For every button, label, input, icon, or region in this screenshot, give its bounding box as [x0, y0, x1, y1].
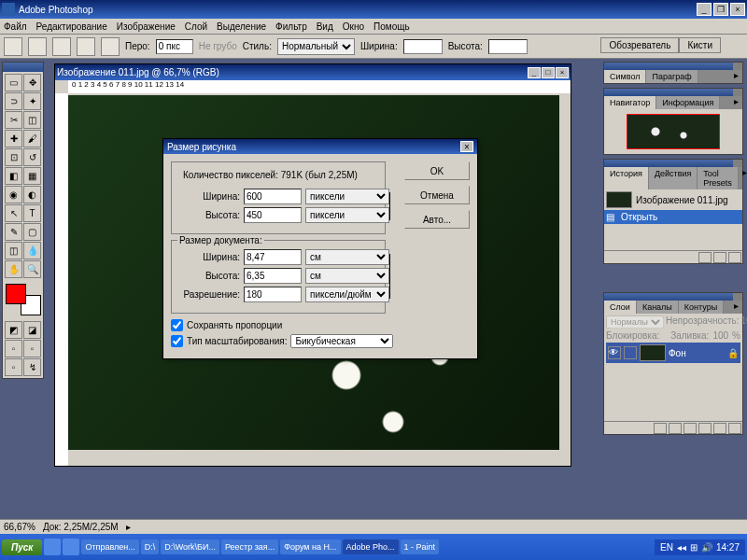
menu-image[interactable]: Изображение: [117, 21, 176, 32]
stamp-tool[interactable]: ⊡: [5, 148, 22, 166]
eraser-tool[interactable]: ◧: [5, 167, 22, 185]
crop-tool[interactable]: ✂: [5, 111, 22, 129]
gradient-tool[interactable]: ▦: [23, 167, 41, 185]
menu-layer[interactable]: Слой: [185, 21, 207, 32]
maximize-button[interactable]: ❐: [713, 3, 728, 16]
task-item[interactable]: Реестр зая...: [221, 539, 278, 554]
mask-icon[interactable]: [669, 423, 682, 434]
menu-window[interactable]: Окно: [343, 21, 364, 32]
auto-button[interactable]: Авто...: [404, 210, 470, 229]
height-input[interactable]: [488, 39, 528, 54]
trash-icon[interactable]: [728, 423, 741, 434]
tab-layers[interactable]: Слои: [604, 301, 637, 314]
type-tool[interactable]: T: [23, 204, 41, 222]
tab-toolpresets[interactable]: Tool Presets: [698, 167, 739, 189]
status-doc[interactable]: Док: 2,25M/2,25M: [43, 522, 119, 532]
color-swatch[interactable]: [6, 284, 41, 315]
status-arrow-icon[interactable]: ▸: [126, 522, 131, 532]
quicklaunch-icon[interactable]: [44, 539, 61, 555]
status-zoom[interactable]: 66,67%: [4, 522, 35, 532]
eye-icon[interactable]: 👁: [608, 346, 621, 359]
tab-brushes[interactable]: Кисти: [679, 37, 721, 53]
doc-height-input[interactable]: [244, 268, 302, 284]
width-input[interactable]: [403, 39, 443, 54]
eyedropper-tool[interactable]: 💧: [23, 242, 41, 259]
panel-arrow-icon[interactable]: ▸: [739, 167, 747, 189]
task-item[interactable]: Отправлен...: [81, 539, 138, 554]
tab-paragraph[interactable]: Параграф: [646, 70, 698, 83]
screen-std-icon[interactable]: ▫: [5, 340, 22, 357]
doc-min-button[interactable]: _: [528, 67, 541, 78]
px-width-input[interactable]: [244, 189, 302, 204]
slice-tool[interactable]: ◫: [23, 111, 41, 129]
px-width-unit[interactable]: пиксели: [305, 189, 389, 204]
tray-icon[interactable]: 🔊: [701, 542, 712, 553]
adjust-icon[interactable]: [698, 423, 712, 434]
tool-preset-icon[interactable]: [4, 37, 22, 56]
menu-filter[interactable]: Фильтр: [275, 21, 307, 32]
minimize-button[interactable]: _: [697, 3, 712, 16]
tab-browser[interactable]: Обозреватель: [600, 37, 679, 53]
panel-menu-icon[interactable]: [733, 89, 742, 96]
history-brush-tool[interactable]: ↺: [23, 148, 41, 166]
marquee-new-icon[interactable]: [28, 37, 47, 56]
heal-tool[interactable]: ✚: [5, 130, 22, 147]
dialog-close-button[interactable]: ×: [460, 141, 473, 152]
doc-max-button[interactable]: □: [542, 67, 555, 78]
menu-file[interactable]: Файл: [4, 21, 27, 32]
dodge-tool[interactable]: ◐: [23, 186, 41, 203]
tab-character[interactable]: Символ: [604, 70, 646, 83]
dialog-titlebar[interactable]: Размер рисунка ×: [163, 139, 477, 154]
panel-menu-icon[interactable]: [733, 160, 742, 167]
panel-menu-icon[interactable]: [733, 293, 742, 301]
zoom-tool[interactable]: 🔍: [23, 260, 41, 278]
marquee-sub-icon[interactable]: [77, 37, 95, 56]
brush-tool[interactable]: 🖌: [23, 130, 41, 147]
doc-width-input[interactable]: [244, 249, 302, 265]
lasso-tool[interactable]: ⊃: [5, 92, 22, 110]
ruler-vertical[interactable]: [55, 93, 68, 466]
px-height-input[interactable]: [244, 207, 302, 223]
feather-input[interactable]: [156, 39, 193, 54]
tab-navigator[interactable]: Навигатор: [604, 96, 656, 109]
move-tool[interactable]: ✥: [23, 74, 41, 91]
resolution-unit[interactable]: пиксели/дюйм: [305, 287, 389, 302]
shape-tool[interactable]: ▢: [23, 223, 41, 241]
toolbox-header[interactable]: [3, 63, 43, 72]
menu-edit[interactable]: Редактирование: [36, 21, 107, 32]
history-state-open[interactable]: ▤ Открыть: [604, 210, 742, 224]
doc-height-unit[interactable]: см: [305, 268, 389, 284]
screen-full-icon[interactable]: ▫: [5, 358, 22, 376]
new-snapshot-icon[interactable]: [698, 252, 712, 263]
panel-menu-icon[interactable]: [733, 63, 742, 70]
fx-icon[interactable]: [654, 423, 667, 434]
panel-arrow-icon[interactable]: ▸: [730, 96, 742, 109]
doc-close-button[interactable]: ×: [556, 67, 569, 78]
doc-titlebar[interactable]: Изображение 011.jpg @ 66,7% (RGB) _ □ ×: [55, 64, 571, 80]
menu-select[interactable]: Выделение: [217, 21, 266, 32]
resolution-input[interactable]: [244, 287, 302, 302]
px-height-unit[interactable]: пиксели: [305, 207, 389, 223]
resample-select[interactable]: Бикубическая: [290, 334, 393, 348]
clock[interactable]: 14:27: [716, 542, 740, 553]
link-icon[interactable]: [624, 346, 637, 359]
hand-tool[interactable]: ✋: [5, 260, 22, 278]
task-item[interactable]: D:\: [141, 539, 160, 554]
fg-color[interactable]: [6, 284, 26, 304]
panel-arrow-icon[interactable]: ▸: [730, 301, 742, 314]
tab-channels[interactable]: Каналы: [637, 301, 679, 314]
panel-arrow-icon[interactable]: ▸: [730, 70, 742, 83]
marquee-int-icon[interactable]: [101, 37, 120, 56]
screen-full-menu-icon[interactable]: ▫: [23, 340, 41, 357]
menu-help[interactable]: Помощь: [374, 21, 410, 32]
task-item[interactable]: D:\Work\БИ...: [161, 539, 219, 554]
antialias-checkbox[interactable]: Не грубо: [199, 41, 237, 51]
task-item[interactable]: Adobe Pho...: [343, 539, 399, 554]
folder-icon[interactable]: [684, 423, 697, 434]
new-layer-icon[interactable]: [713, 423, 726, 434]
lang-indicator[interactable]: EN: [660, 542, 673, 553]
tab-paths[interactable]: Контуры: [679, 301, 724, 314]
new-doc-icon[interactable]: [713, 252, 726, 263]
layer-row[interactable]: 👁 Фон 🔒: [606, 343, 740, 363]
tab-info[interactable]: Информация: [656, 96, 720, 109]
